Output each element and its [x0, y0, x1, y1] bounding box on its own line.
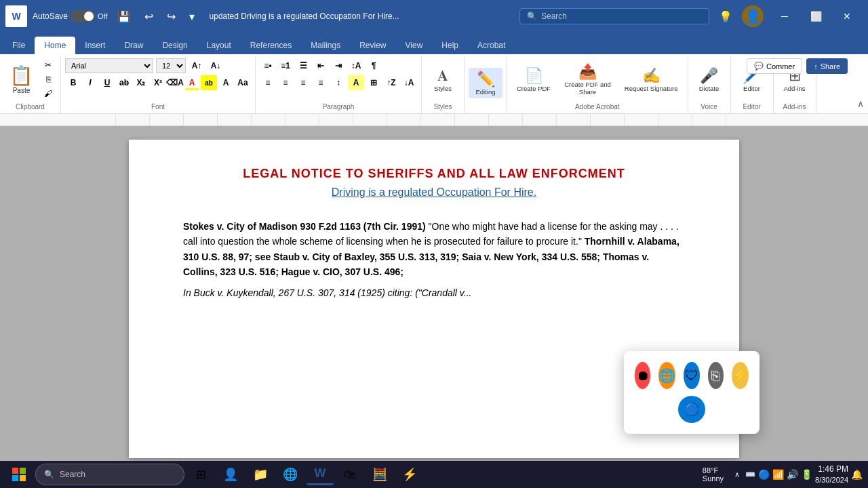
tab-acrobat[interactable]: Acrobat [468, 37, 515, 54]
tab-home[interactable]: Home [35, 37, 75, 54]
cut-button[interactable]: ✂ [40, 58, 56, 72]
borders-button[interactable]: ⊞ [366, 75, 382, 90]
popup-browser-button[interactable]: 🌐 [658, 362, 675, 389]
increase-indent-button[interactable]: ⇥ [330, 58, 347, 73]
tab-insert[interactable]: Insert [75, 37, 115, 54]
popup-record-button[interactable]: ⏺ [635, 362, 650, 389]
decrease-indent-button[interactable]: ⇤ [313, 58, 329, 73]
taskbar-clock[interactable]: 1:46 PM 8/30/2024 [815, 464, 848, 485]
underline-button[interactable]: U [99, 75, 115, 90]
font-size-select[interactable]: 12 [156, 58, 186, 73]
bold-button[interactable]: B [65, 75, 81, 90]
ribbon-collapse-button[interactable]: ∧ [853, 97, 868, 110]
format-painter-button[interactable]: 🖌 [40, 87, 56, 100]
taskbar-show-hidden[interactable]: ∧ [732, 470, 743, 479]
align-left-button[interactable]: ≡ [260, 75, 276, 90]
font-color-button[interactable]: A [184, 75, 200, 90]
comment-button[interactable]: 💬 Commer [747, 58, 802, 74]
customize-qat-button[interactable]: ▾ [185, 7, 199, 26]
tab-review[interactable]: Review [350, 37, 395, 54]
share-button[interactable]: ↑ Share [806, 58, 848, 74]
user-icon: 👤 [223, 467, 238, 482]
highlight-color-button[interactable]: ab [201, 75, 217, 90]
tab-layout[interactable]: Layout [197, 37, 241, 54]
taskbar-calc[interactable]: 🧮 [366, 464, 393, 485]
ruler-ticks [115, 114, 753, 125]
app-window: W AutoSave Off 💾 ↩ ↪ ▾ updated Driving i… [0, 0, 868, 488]
decrease-dec-button[interactable]: ↓A [401, 75, 417, 90]
request-signature-button[interactable]: ✍️ Request Signature [619, 64, 684, 95]
minimize-button[interactable]: ─ [769, 5, 800, 27]
numbering-button[interactable]: ≡1 [277, 58, 294, 73]
grow-font-button[interactable]: A↑ [189, 58, 205, 73]
taskbar-user[interactable]: 👤 [217, 464, 244, 485]
dictate-button[interactable]: 🎤 Dictate [692, 64, 726, 95]
show-marks-button[interactable]: ¶ [366, 58, 382, 73]
editing-button[interactable]: ✏️ Editing [469, 68, 502, 98]
shrink-font-button[interactable]: A↓ [208, 58, 224, 73]
popup-bluetooth-button[interactable]: 🔵 [678, 396, 705, 423]
lightbulb-button[interactable]: 💡 [715, 7, 736, 26]
align-center-button[interactable]: ≡ [277, 75, 294, 90]
line-spacing-button[interactable]: ↕ [330, 75, 347, 90]
strikethrough-button[interactable]: ab [116, 75, 132, 90]
redo-button[interactable]: ↪ [163, 7, 180, 26]
popup-flag-button[interactable]: ⚡ [732, 362, 749, 389]
sort-button[interactable]: ↕A [348, 58, 364, 73]
popup-shield-button[interactable]: 🛡 [684, 362, 699, 389]
notification-icon[interactable]: 🔔 [851, 469, 863, 480]
italic-button[interactable]: I [82, 75, 98, 90]
taskbar-store[interactable]: 🛍 [336, 464, 363, 485]
restore-button[interactable]: ⬜ [800, 5, 831, 27]
start-button[interactable] [5, 464, 33, 485]
svg-rect-0 [12, 468, 18, 474]
avatar[interactable]: 👤 [742, 5, 764, 27]
align-right-button[interactable]: ≡ [295, 75, 311, 90]
tab-view[interactable]: View [396, 37, 433, 54]
tab-help[interactable]: Help [432, 37, 468, 54]
justify-button[interactable]: ≡ [313, 75, 329, 90]
increase-dec-button[interactable]: ↑Z [383, 75, 399, 90]
save-button[interactable]: 💾 [113, 7, 135, 26]
create-pdf-button[interactable]: 📄 Create PDF [511, 64, 556, 95]
autosave-toggle[interactable] [71, 10, 95, 22]
tab-design[interactable]: Design [153, 37, 197, 54]
tab-draw[interactable]: Draw [115, 37, 153, 54]
shading-button[interactable]: A [348, 75, 364, 90]
clock-date: 8/30/2024 [815, 475, 848, 485]
superscript-button[interactable]: X² [150, 75, 166, 90]
bullets-button[interactable]: ≡• [260, 58, 276, 73]
subscript-button[interactable]: X₂ [133, 75, 149, 90]
change-case-button[interactable]: Aa [235, 75, 251, 90]
close-button[interactable]: ✕ [831, 5, 863, 27]
font-name-select[interactable]: Arial [65, 58, 153, 73]
taskbar-search[interactable]: 🔍 Search [35, 464, 184, 485]
text-effects-button[interactable]: A [218, 75, 234, 90]
multilevel-list-button[interactable]: ☰ [295, 58, 311, 73]
popup-copy-button[interactable]: ⎘ [708, 362, 724, 389]
tab-mailings[interactable]: Mailings [301, 37, 350, 54]
copy-button[interactable]: ⎘ [40, 73, 56, 86]
create-share-button[interactable]: 📤 Create PDF andShare [559, 60, 616, 98]
taskbar-word[interactable]: W [307, 464, 334, 485]
paste-button[interactable]: 📋 Paste [4, 62, 39, 97]
tab-references[interactable]: References [241, 37, 301, 54]
font-name-row: Arial 12 A↑ A↓ [65, 58, 224, 73]
word-logo[interactable]: W [5, 5, 27, 27]
editing-section: ✏️ Editing [465, 57, 507, 113]
styles-button[interactable]: 𝐀 Styles [426, 64, 460, 95]
svg-rect-1 [20, 468, 26, 474]
taskbar-edge[interactable]: 🌐 [277, 464, 304, 485]
undo-button[interactable]: ↩ [140, 7, 157, 26]
ruler-marks [0, 114, 868, 126]
taskbar-extra[interactable]: ⚡ [396, 464, 423, 485]
taskbar-widgets[interactable]: ⊞ [187, 464, 214, 485]
taskbar-files[interactable]: 📁 [247, 464, 274, 485]
tab-file[interactable]: File [3, 37, 35, 54]
clear-formatting-button[interactable]: ⌫A [167, 75, 183, 90]
word-icon: W [315, 466, 326, 481]
list-row: ≡• ≡1 ☰ ⇤ ⇥ ↕A ¶ [260, 58, 382, 73]
document-body[interactable]: Stokes v. City of Madison 930 F.2d 1163 … [183, 219, 685, 300]
search-input[interactable] [541, 12, 702, 21]
search-box[interactable]: 🔍 [519, 8, 709, 24]
